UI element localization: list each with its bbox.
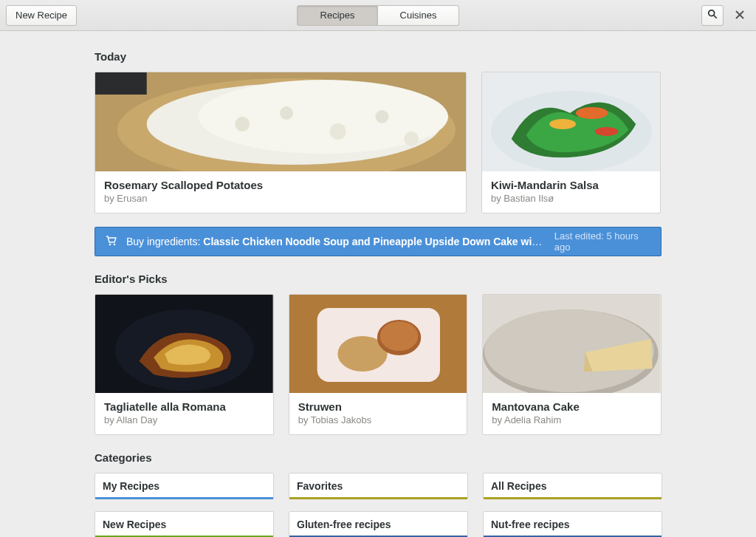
recipe-title: Rosemary Scalloped Potatoes [104,179,457,191]
banner-subject: Classic Chicken Noodle Soup and Pineappl… [203,236,545,247]
today-card[interactable]: Kiwi-Mandarin Salsa by Bastian Ilsø [481,72,661,213]
recipe-byline: by Erusan [104,193,457,204]
categories-section: Categories My Recipes Favorites All Reci… [94,451,662,537]
recipe-title: Struwen [298,400,458,413]
new-recipe-label: New Recipe [16,10,67,21]
category-label: Nut-free recipes [491,519,570,530]
recipe-image [482,72,660,171]
cart-icon [106,235,117,249]
tab-recipes-label: Recipes [320,10,355,21]
recipe-byline: by Adelia Rahim [492,414,652,425]
recipe-byline: by Bastian Ilsø [491,193,651,204]
recipe-byline: by Allan Day [104,414,264,425]
today-card[interactable]: Rosemary Scalloped Potatoes by Erusan [94,72,467,213]
categories-grid: My Recipes Favorites All Recipes New Rec… [94,473,662,537]
banner-prefix: Buy ingredients: [126,236,203,247]
category-tile[interactable]: My Recipes [94,473,274,499]
pick-card[interactable]: Struwen by Tobias Jakobs [289,294,468,435]
pick-card[interactable]: Mantovana Cake by Adelia Rahim [482,294,662,435]
recipe-title: Kiwi-Mandarin Salsa [491,179,651,191]
category-tile[interactable]: Nut-free recipes [483,511,662,537]
category-tile[interactable]: Gluten-free recipes [289,511,468,537]
tab-recipes[interactable]: Recipes [297,5,378,26]
tab-cuisines-label: Cuisines [400,10,437,21]
svg-point-27 [379,321,418,351]
svg-rect-13 [95,72,147,95]
recipe-image [289,295,467,393]
svg-point-17 [549,119,576,129]
recipe-image [95,72,466,171]
svg-point-10 [330,123,346,140]
category-label: Gluten-free recipes [297,519,391,530]
card-body: Rosemary Scalloped Potatoes by Erusan [95,171,466,213]
svg-point-11 [375,110,388,123]
category-tile[interactable]: All Recipes [483,473,662,499]
category-tile[interactable]: New Recipes [94,511,274,537]
svg-point-18 [595,127,619,136]
category-label: New Recipes [103,519,166,530]
close-button[interactable] [729,5,750,26]
card-body: Tagliatelle alla Romana by Allan Day [95,393,273,434]
category-label: All Recipes [491,480,546,492]
category-label: Favorites [297,480,343,492]
svg-point-20 [114,243,116,245]
tab-cuisines[interactable]: Cuisines [378,5,459,26]
picks-row: Tagliatelle alla Romana by Allan Day Str… [94,294,662,435]
card-body: Kiwi-Mandarin Salsa by Bastian Ilsø [482,171,660,213]
pick-card[interactable]: Tagliatelle alla Romana by Allan Day [94,294,274,435]
svg-point-8 [235,117,250,131]
recipe-title: Mantovana Cake [492,400,652,413]
search-button[interactable] [701,5,724,26]
svg-point-19 [109,243,111,245]
card-body: Mantovana Cake by Adelia Rahim [483,393,661,434]
banner-message: Buy ingredients: Classic Chicken Noodle … [126,236,546,247]
shopping-banner[interactable]: Buy ingredients: Classic Chicken Noodle … [94,227,662,256]
svg-point-9 [280,106,293,120]
headerbar: New Recipe Recipes Cuisines [0,0,756,31]
page: Today Rosemary Scalloped Potatoes by Eru… [0,31,756,537]
banner-meta: Last edited: 5 hours ago [554,230,650,253]
today-row: Rosemary Scalloped Potatoes by Erusan Ki… [94,72,662,213]
category-label: My Recipes [103,480,159,492]
view-switcher: Recipes Cuisines [297,5,459,26]
card-body: Struwen by Tobias Jakobs [289,393,467,434]
recipe-byline: by Tobias Jakobs [298,414,458,425]
recipe-image [95,295,273,393]
close-icon [735,9,744,21]
svg-line-1 [714,16,717,18]
section-picks-heading: Editor's Picks [94,273,662,285]
svg-point-16 [576,107,608,119]
section-categories-heading: Categories [94,451,662,464]
editors-picks: Editor's Picks Tagliatelle alla Romana b… [94,273,662,435]
recipe-image [483,295,661,393]
svg-point-12 [404,131,419,146]
new-recipe-button[interactable]: New Recipe [6,5,77,26]
header-right [701,5,750,26]
section-today-heading: Today [94,50,662,63]
search-icon [707,9,718,21]
recipe-title: Tagliatelle alla Romana [104,400,264,413]
category-tile[interactable]: Favorites [289,473,468,499]
